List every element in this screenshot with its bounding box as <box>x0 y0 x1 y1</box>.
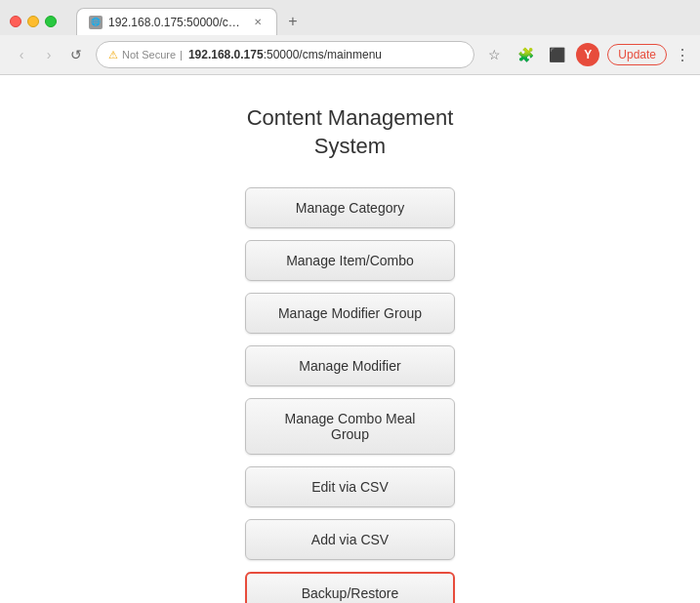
maximize-window-button[interactable] <box>45 16 57 27</box>
browser-menu-button[interactable]: ⋮ <box>675 46 690 64</box>
manage-modifier-group-button[interactable]: Manage Modifier Group <box>245 293 455 334</box>
warning-icon: ⚠ <box>108 49 118 61</box>
extensions-icon[interactable]: 🧩 <box>514 43 537 66</box>
address-bar: ‹ › ↺ ⚠ Not Secure | 192.168.0.175:50000… <box>0 35 700 74</box>
close-window-button[interactable] <box>10 16 21 27</box>
back-button[interactable]: ‹ <box>10 43 33 66</box>
page-title: Content Management System <box>247 104 454 160</box>
manage-modifier-button[interactable]: Manage Modifier <box>245 345 455 386</box>
page-content: Content Management System Manage Categor… <box>0 75 700 603</box>
security-label: Not Secure <box>122 49 176 60</box>
avatar[interactable]: Y <box>576 43 599 66</box>
tab-close-button[interactable]: ✕ <box>251 16 265 29</box>
url-text: 192.168.0.175:50000/cms/mainmenu <box>188 48 462 61</box>
nav-buttons: ‹ › ↺ <box>10 43 88 66</box>
edit-via-csv-button[interactable]: Edit via CSV <box>245 466 455 507</box>
refresh-button[interactable]: ↺ <box>64 43 88 66</box>
browser-actions: ☆ 🧩 ⬛ Y Update ⋮ <box>482 43 690 66</box>
update-button[interactable]: Update <box>607 44 667 65</box>
profile-icon[interactable]: ⬛ <box>545 43 568 66</box>
browser-chrome: 🌐 192.168.0.175:50000/cms/ma... ✕ + ‹ › … <box>0 0 700 75</box>
backup-restore-button[interactable]: Backup/Restore <box>245 572 455 603</box>
minimize-window-button[interactable] <box>27 16 39 27</box>
tab-favicon-icon: 🌐 <box>89 16 103 29</box>
new-tab-button[interactable]: + <box>281 10 305 33</box>
url-bar[interactable]: ⚠ Not Secure | 192.168.0.175:50000/cms/m… <box>96 41 474 68</box>
active-tab[interactable]: 🌐 192.168.0.175:50000/cms/ma... ✕ <box>76 8 277 35</box>
url-separator: | <box>180 49 183 60</box>
security-warning: ⚠ Not Secure | <box>108 49 183 61</box>
url-host: 192.168.0.175:50000/cms/mainmenu <box>188 48 382 61</box>
bookmark-icon[interactable]: ☆ <box>482 43 506 66</box>
menu-buttons: Manage CategoryManage Item/ComboManage M… <box>20 187 680 603</box>
tab-title: 192.168.0.175:50000/cms/ma... <box>108 16 245 29</box>
add-via-csv-button[interactable]: Add via CSV <box>245 519 455 560</box>
tab-bar: 🌐 192.168.0.175:50000/cms/ma... ✕ + <box>76 8 690 35</box>
traffic-lights <box>10 16 57 27</box>
manage-item-combo-button[interactable]: Manage Item/Combo <box>245 240 455 281</box>
forward-button[interactable]: › <box>37 43 61 66</box>
manage-category-button[interactable]: Manage Category <box>245 187 455 228</box>
title-bar: 🌐 192.168.0.175:50000/cms/ma... ✕ + <box>0 0 700 35</box>
manage-combo-meal-group-button[interactable]: Manage Combo Meal Group <box>245 398 455 455</box>
